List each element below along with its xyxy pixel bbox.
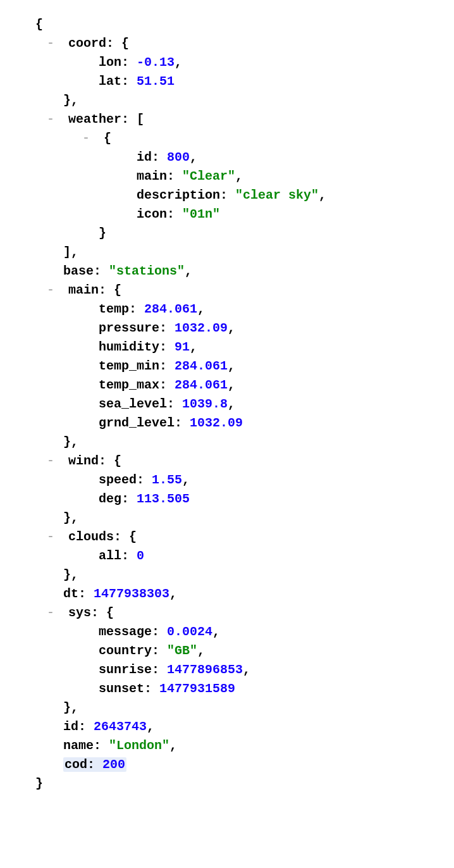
key-clouds: - clouds: { — [10, 528, 444, 547]
key-temp-min: temp_min: 284.061, — [10, 357, 444, 376]
key-sea-level: sea_level: 1039.8, — [10, 395, 444, 414]
key-weather-description: description: "clear sky", — [10, 186, 444, 205]
key-grnd-level: grnd_level: 1032.09 — [10, 414, 444, 433]
main-close: }, — [10, 433, 444, 452]
key-humidity: humidity: 91, — [10, 338, 444, 357]
key-all: all: 0 — [10, 547, 444, 566]
json-viewer: { - coord: { lon: -0.13, lat: 51.51 }, -… — [10, 15, 444, 793]
key-message: message: 0.0024, — [10, 623, 444, 642]
key-name: name: "London", — [10, 736, 444, 755]
collapse-icon[interactable]: - — [47, 110, 61, 129]
key-wind: - wind: { — [10, 452, 444, 471]
collapse-icon[interactable]: - — [47, 34, 61, 53]
key-pressure: pressure: 1032.09, — [10, 319, 444, 338]
key-temp: temp: 284.061, — [10, 300, 444, 319]
key-deg: deg: 113.505 — [10, 490, 444, 509]
weather-item-close: } — [10, 224, 444, 243]
key-weather-icon: icon: "01n" — [10, 205, 444, 224]
key-sys: - sys: { — [10, 604, 444, 623]
collapse-icon[interactable]: - — [82, 129, 96, 148]
root-open: { — [10, 15, 444, 34]
key-temp-max: temp_max: 284.061, — [10, 376, 444, 395]
key-country: country: "GB", — [10, 642, 444, 660]
key-sunrise: sunrise: 1477896853, — [10, 660, 444, 679]
key-lon: lon: -0.13, — [10, 53, 444, 72]
key-weather: - weather: [ — [10, 110, 444, 129]
key-coord: - coord: { — [10, 34, 444, 53]
root-close: } — [10, 774, 444, 793]
coord-close: }, — [10, 91, 444, 110]
key-speed: speed: 1.55, — [10, 471, 444, 490]
key-sunset: sunset: 1477931589 — [10, 679, 444, 698]
clouds-close: }, — [10, 566, 444, 585]
key-weather-id: id: 800, — [10, 148, 444, 167]
key-weather-main: main: "Clear", — [10, 167, 444, 186]
collapse-icon[interactable]: - — [47, 281, 61, 300]
key-lat: lat: 51.51 — [10, 72, 444, 91]
collapse-icon[interactable]: - — [47, 452, 61, 471]
key-cod: cod: 200 — [10, 755, 444, 774]
wind-close: }, — [10, 509, 444, 528]
collapse-icon[interactable]: - — [47, 604, 61, 623]
weather-item-open: - { — [10, 129, 444, 148]
weather-close: ], — [10, 243, 444, 262]
key-id: id: 2643743, — [10, 717, 444, 736]
key-dt: dt: 1477938303, — [10, 585, 444, 604]
key-main: - main: { — [10, 281, 444, 300]
sys-close: }, — [10, 698, 444, 717]
key-base: base: "stations", — [10, 262, 444, 281]
collapse-icon[interactable]: - — [47, 528, 61, 547]
